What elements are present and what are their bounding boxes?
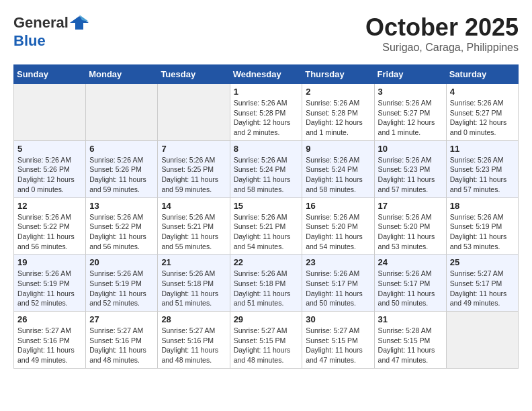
day-info: Sunrise: 5:26 AM Sunset: 5:26 PM Dayligh… <box>89 155 154 195</box>
calendar-cell: 26Sunrise: 5:27 AM Sunset: 5:16 PM Dayli… <box>14 312 86 369</box>
day-number: 16 <box>306 201 370 211</box>
calendar-cell: 10Sunrise: 5:26 AM Sunset: 5:23 PM Dayli… <box>374 140 446 197</box>
calendar-cell: 16Sunrise: 5:26 AM Sunset: 5:20 PM Dayli… <box>302 197 374 255</box>
day-number: 1 <box>234 87 299 97</box>
calendar-cell: 25Sunrise: 5:27 AM Sunset: 5:17 PM Dayli… <box>446 255 518 312</box>
calendar-cell: 1Sunrise: 5:26 AM Sunset: 5:28 PM Daylig… <box>230 84 302 141</box>
day-number: 9 <box>306 144 370 154</box>
day-number: 2 <box>306 87 370 97</box>
calendar-cell: 30Sunrise: 5:27 AM Sunset: 5:15 PM Dayli… <box>302 312 374 369</box>
day-number: 31 <box>378 314 443 324</box>
week-row-3: 12Sunrise: 5:26 AM Sunset: 5:22 PM Dayli… <box>14 197 519 255</box>
day-info: Sunrise: 5:26 AM Sunset: 5:21 PM Dayligh… <box>161 212 226 252</box>
calendar-cell: 12Sunrise: 5:26 AM Sunset: 5:22 PM Dayli… <box>14 197 86 255</box>
day-number: 28 <box>161 314 226 324</box>
calendar-cell <box>446 312 518 369</box>
weekday-header-thursday: Thursday <box>302 65 374 84</box>
page-header: General Blue October 2025 Surigao, Carag… <box>13 13 519 54</box>
calendar-cell: 2Sunrise: 5:26 AM Sunset: 5:28 PM Daylig… <box>302 84 374 141</box>
day-info: Sunrise: 5:26 AM Sunset: 5:17 PM Dayligh… <box>378 269 443 308</box>
day-info: Sunrise: 5:26 AM Sunset: 5:25 PM Dayligh… <box>161 155 226 195</box>
calendar-table: SundayMondayTuesdayWednesdayThursdayFrid… <box>13 64 519 369</box>
day-info: Sunrise: 5:27 AM Sunset: 5:16 PM Dayligh… <box>89 326 154 365</box>
day-number: 30 <box>306 314 370 324</box>
weekday-header-tuesday: Tuesday <box>158 65 230 84</box>
calendar-cell <box>86 84 158 141</box>
calendar-cell: 9Sunrise: 5:26 AM Sunset: 5:24 PM Daylig… <box>302 140 374 197</box>
day-info: Sunrise: 5:26 AM Sunset: 5:28 PM Dayligh… <box>234 98 299 138</box>
day-info: Sunrise: 5:26 AM Sunset: 5:18 PM Dayligh… <box>234 269 299 308</box>
day-number: 15 <box>234 201 299 211</box>
weekday-header-sunday: Sunday <box>14 65 86 84</box>
calendar-cell: 18Sunrise: 5:26 AM Sunset: 5:19 PM Dayli… <box>446 197 518 255</box>
calendar-cell: 11Sunrise: 5:26 AM Sunset: 5:23 PM Dayli… <box>446 140 518 197</box>
calendar-cell: 19Sunrise: 5:26 AM Sunset: 5:19 PM Dayli… <box>14 255 86 312</box>
day-info: Sunrise: 5:26 AM Sunset: 5:20 PM Dayligh… <box>378 212 443 252</box>
day-info: Sunrise: 5:26 AM Sunset: 5:27 PM Dayligh… <box>450 98 515 138</box>
calendar-cell: 20Sunrise: 5:26 AM Sunset: 5:19 PM Dayli… <box>86 255 158 312</box>
day-info: Sunrise: 5:26 AM Sunset: 5:23 PM Dayligh… <box>450 155 515 195</box>
logo: General Blue <box>13 13 89 50</box>
day-number: 11 <box>450 144 515 154</box>
day-info: Sunrise: 5:26 AM Sunset: 5:22 PM Dayligh… <box>89 212 154 252</box>
day-number: 22 <box>234 257 299 267</box>
week-row-4: 19Sunrise: 5:26 AM Sunset: 5:19 PM Dayli… <box>14 255 519 312</box>
logo-general-text: General <box>13 14 69 32</box>
week-row-2: 5Sunrise: 5:26 AM Sunset: 5:26 PM Daylig… <box>14 140 519 197</box>
calendar-cell: 31Sunrise: 5:28 AM Sunset: 5:15 PM Dayli… <box>374 312 446 369</box>
day-number: 4 <box>450 87 515 97</box>
day-number: 3 <box>378 87 443 97</box>
calendar-cell: 7Sunrise: 5:26 AM Sunset: 5:25 PM Daylig… <box>158 140 230 197</box>
day-number: 21 <box>161 257 226 267</box>
day-info: Sunrise: 5:26 AM Sunset: 5:19 PM Dayligh… <box>89 269 154 308</box>
day-number: 10 <box>378 144 443 154</box>
day-info: Sunrise: 5:27 AM Sunset: 5:17 PM Dayligh… <box>450 269 515 308</box>
calendar-cell: 13Sunrise: 5:26 AM Sunset: 5:22 PM Dayli… <box>86 197 158 255</box>
day-number: 20 <box>89 257 154 267</box>
logo-bird-icon <box>70 13 89 32</box>
day-info: Sunrise: 5:27 AM Sunset: 5:15 PM Dayligh… <box>306 326 370 365</box>
day-info: Sunrise: 5:27 AM Sunset: 5:16 PM Dayligh… <box>161 326 226 365</box>
weekday-header-friday: Friday <box>374 65 446 84</box>
calendar-cell: 23Sunrise: 5:26 AM Sunset: 5:17 PM Dayli… <box>302 255 374 312</box>
location-text: Surigao, Caraga, Philippines <box>365 42 519 54</box>
day-info: Sunrise: 5:27 AM Sunset: 5:16 PM Dayligh… <box>17 326 82 365</box>
day-number: 18 <box>450 201 515 211</box>
calendar-cell: 5Sunrise: 5:26 AM Sunset: 5:26 PM Daylig… <box>14 140 86 197</box>
day-info: Sunrise: 5:26 AM Sunset: 5:23 PM Dayligh… <box>378 155 443 195</box>
day-number: 6 <box>89 144 154 154</box>
day-info: Sunrise: 5:26 AM Sunset: 5:21 PM Dayligh… <box>234 212 299 252</box>
svg-marker-0 <box>70 16 89 30</box>
title-block: October 2025 Surigao, Caraga, Philippine… <box>365 13 519 54</box>
weekday-header-monday: Monday <box>86 65 158 84</box>
day-info: Sunrise: 5:26 AM Sunset: 5:17 PM Dayligh… <box>306 269 370 308</box>
calendar-cell: 21Sunrise: 5:26 AM Sunset: 5:18 PM Dayli… <box>158 255 230 312</box>
calendar-cell: 15Sunrise: 5:26 AM Sunset: 5:21 PM Dayli… <box>230 197 302 255</box>
day-info: Sunrise: 5:26 AM Sunset: 5:18 PM Dayligh… <box>161 269 226 308</box>
calendar-cell: 28Sunrise: 5:27 AM Sunset: 5:16 PM Dayli… <box>158 312 230 369</box>
day-info: Sunrise: 5:28 AM Sunset: 5:15 PM Dayligh… <box>378 326 443 365</box>
weekday-header-row: SundayMondayTuesdayWednesdayThursdayFrid… <box>14 65 519 84</box>
day-info: Sunrise: 5:26 AM Sunset: 5:19 PM Dayligh… <box>450 212 515 252</box>
day-number: 23 <box>306 257 370 267</box>
day-info: Sunrise: 5:26 AM Sunset: 5:24 PM Dayligh… <box>306 155 370 195</box>
month-title: October 2025 <box>365 13 519 42</box>
calendar-cell: 14Sunrise: 5:26 AM Sunset: 5:21 PM Dayli… <box>158 197 230 255</box>
day-number: 12 <box>17 201 82 211</box>
calendar-cell: 4Sunrise: 5:26 AM Sunset: 5:27 PM Daylig… <box>446 84 518 141</box>
calendar-cell: 24Sunrise: 5:26 AM Sunset: 5:17 PM Dayli… <box>374 255 446 312</box>
day-number: 26 <box>17 314 82 324</box>
day-number: 19 <box>17 257 82 267</box>
day-info: Sunrise: 5:26 AM Sunset: 5:20 PM Dayligh… <box>306 212 370 252</box>
week-row-1: 1Sunrise: 5:26 AM Sunset: 5:28 PM Daylig… <box>14 84 519 141</box>
calendar-cell <box>14 84 86 141</box>
day-number: 25 <box>450 257 515 267</box>
day-info: Sunrise: 5:27 AM Sunset: 5:15 PM Dayligh… <box>234 326 299 365</box>
day-number: 13 <box>89 201 154 211</box>
calendar-cell: 29Sunrise: 5:27 AM Sunset: 5:15 PM Dayli… <box>230 312 302 369</box>
day-info: Sunrise: 5:26 AM Sunset: 5:28 PM Dayligh… <box>306 98 370 138</box>
day-info: Sunrise: 5:26 AM Sunset: 5:19 PM Dayligh… <box>17 269 82 308</box>
calendar-cell: 8Sunrise: 5:26 AM Sunset: 5:24 PM Daylig… <box>230 140 302 197</box>
calendar-cell <box>158 84 230 141</box>
calendar-cell: 3Sunrise: 5:26 AM Sunset: 5:27 PM Daylig… <box>374 84 446 141</box>
